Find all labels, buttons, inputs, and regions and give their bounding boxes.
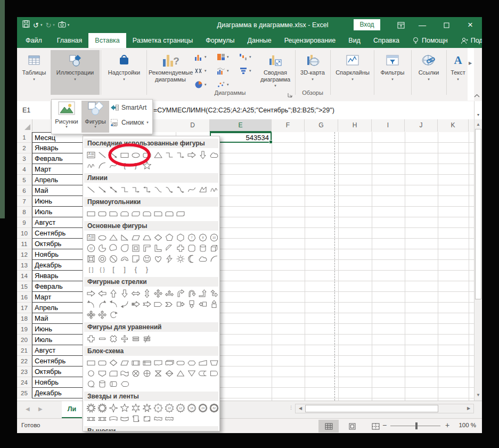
shape-diagonal-stripe[interactable]: [163, 243, 175, 254]
row-header-11[interactable]: 11: [17, 239, 32, 249]
row-header-18[interactable]: 18: [17, 313, 32, 324]
shape-brace-left[interactable]: {: [130, 264, 141, 275]
cell-A17[interactable]: Апрель: [32, 303, 83, 313]
sign-in-button[interactable]: Вход: [354, 19, 380, 30]
shape-brace-right[interactable]: }: [130, 160, 141, 171]
zoom-in-icon[interactable]: +: [445, 421, 449, 429]
charts-dialog-launcher-icon[interactable]: [288, 91, 293, 100]
shape-folded-corner[interactable]: [130, 254, 141, 264]
cell-A22[interactable]: Сентябрь: [32, 356, 83, 366]
shape-smiley[interactable]: [141, 254, 152, 264]
shape-scribble[interactable]: [208, 184, 219, 195]
shape-multiply[interactable]: [108, 333, 119, 344]
shape-elbow-arrow[interactable]: [175, 150, 186, 160]
shape-manual-operation[interactable]: [208, 357, 219, 368]
addins-button[interactable]: Надстройки▾: [103, 50, 145, 95]
shape-brace-right[interactable]: }: [141, 264, 152, 275]
shape-callout-arrow-right[interactable]: [175, 299, 186, 309]
shape-star-7[interactable]: [141, 403, 152, 413]
tab-файл[interactable]: Файл: [17, 33, 51, 48]
shape-star-4[interactable]: [108, 403, 119, 413]
zoom-level[interactable]: 100 %: [455, 422, 476, 428]
shape-round-same-side[interactable]: [163, 208, 175, 219]
row-header-14[interactable]: 14: [17, 271, 32, 281]
cell-A23[interactable]: Октябрь: [32, 366, 83, 377]
cell-A19[interactable]: Июнь: [32, 324, 83, 335]
shape-snip-single[interactable]: [108, 208, 119, 219]
shape-half-frame[interactable]: [141, 243, 152, 254]
shape-snip-same-side[interactable]: [119, 208, 130, 219]
shape-predefined-process[interactable]: [130, 357, 141, 368]
shape-connector[interactable]: [85, 368, 96, 379]
shape-elbow-connector[interactable]: [119, 184, 130, 195]
shape-line-arrow[interactable]: [96, 184, 108, 195]
column-header-J[interactable]: J: [405, 119, 438, 132]
shapes-button[interactable]: Фигуры▾: [81, 101, 109, 133]
undo-dropdown-icon[interactable]: ▾: [40, 23, 43, 27]
shape-curved-ribbon-down[interactable]: [119, 413, 130, 424]
shape-cloud[interactable]: [197, 254, 208, 264]
shape-elbow-connector[interactable]: [163, 150, 175, 160]
row-header-4[interactable]: 4: [17, 164, 32, 175]
text-button[interactable]: A Текст▾: [447, 50, 469, 95]
shape-sun[interactable]: [175, 254, 186, 264]
cell-A8[interactable]: Июль: [32, 207, 83, 217]
tab-вид[interactable]: Вид: [342, 33, 367, 48]
shape-callout-arrow-down[interactable]: [186, 299, 197, 309]
insert-scatter-chart-button[interactable]: ▾: [217, 79, 238, 91]
cell-A25[interactable]: Декабрь: [32, 388, 83, 398]
shape-star-6[interactable]: [130, 403, 141, 413]
shape-multidocument[interactable]: [163, 357, 175, 368]
scroll-up-icon[interactable]: ▲: [475, 120, 482, 129]
shape-striped-arrow[interactable]: [130, 299, 141, 309]
shape-collate[interactable]: [152, 368, 163, 379]
shape-oval[interactable]: [130, 150, 141, 160]
shape-delay[interactable]: [208, 368, 219, 379]
shape-curved-down[interactable]: [119, 299, 130, 309]
tab-формулы[interactable]: Формулы: [199, 33, 241, 48]
shape-minus[interactable]: [96, 333, 108, 344]
shape-lightning[interactable]: [163, 254, 175, 264]
shape-teardrop[interactable]: [119, 243, 130, 254]
shape-bracket-right[interactable]: ]: [119, 264, 130, 275]
shape-l-shape[interactable]: [152, 243, 163, 254]
shape-equal[interactable]: [130, 333, 141, 344]
row-header-8[interactable]: 8: [17, 207, 32, 217]
row-header-9[interactable]: 9: [17, 217, 32, 228]
recommended-charts-button[interactable]: ? Рекомендуемые диаграммы: [149, 50, 192, 95]
expand-formula-bar-icon[interactable]: ▾: [474, 101, 482, 119]
cell-A9[interactable]: Август: [32, 217, 83, 228]
formula-input[interactable]: =СУММЕСЛИМН(C2:C25;A2:A25;"Сентябрь";B2:…: [153, 101, 334, 119]
cell-A24[interactable]: Ноябрь: [32, 377, 83, 388]
sparklines-button[interactable]: Спарклайны▾: [332, 50, 373, 95]
qat-customize-icon[interactable]: ▾: [68, 23, 70, 27]
insert-stock-chart-button[interactable]: ▾: [194, 65, 216, 77]
fill-handle[interactable]: [269, 140, 273, 144]
select-all-corner[interactable]: [17, 119, 32, 132]
shape-oval[interactable]: [96, 232, 108, 243]
shape-callout-arrow-up[interactable]: [208, 299, 219, 309]
shape-curved-left[interactable]: [85, 299, 96, 309]
tab-данные[interactable]: Данные: [241, 33, 278, 48]
shape-data[interactable]: [119, 357, 130, 368]
shape-line-double-arrow[interactable]: [108, 184, 119, 195]
shape-line-arrow[interactable]: [108, 150, 119, 160]
active-sheet-tab[interactable]: Ли: [62, 401, 82, 418]
shape-bracket-left[interactable]: [: [108, 264, 119, 275]
shape-dodecagon[interactable]: 12: [85, 243, 96, 254]
shape-rectangle[interactable]: [85, 208, 96, 219]
shape-block-arrow-down[interactable]: [197, 150, 208, 160]
camera-icon[interactable]: [58, 20, 66, 30]
shape-scribble[interactable]: [85, 160, 96, 171]
shape-left-up-arrow[interactable]: [208, 288, 219, 299]
row-header-23[interactable]: 23: [17, 366, 32, 377]
shape-pentagon-shape[interactable]: [152, 299, 163, 309]
scroll-left-icon[interactable]: ◀: [296, 405, 305, 412]
shape-plaque[interactable]: [186, 243, 197, 254]
shape-block-arrow-up[interactable]: [108, 288, 119, 299]
insert-pie-chart-button[interactable]: ▾: [194, 79, 216, 91]
cell-A2[interactable]: Январь: [32, 143, 83, 153]
row-header-7[interactable]: 7: [17, 196, 32, 207]
insert-combo-chart-button[interactable]: ▾: [217, 65, 238, 77]
collapse-ribbon-icon[interactable]: [474, 91, 480, 100]
